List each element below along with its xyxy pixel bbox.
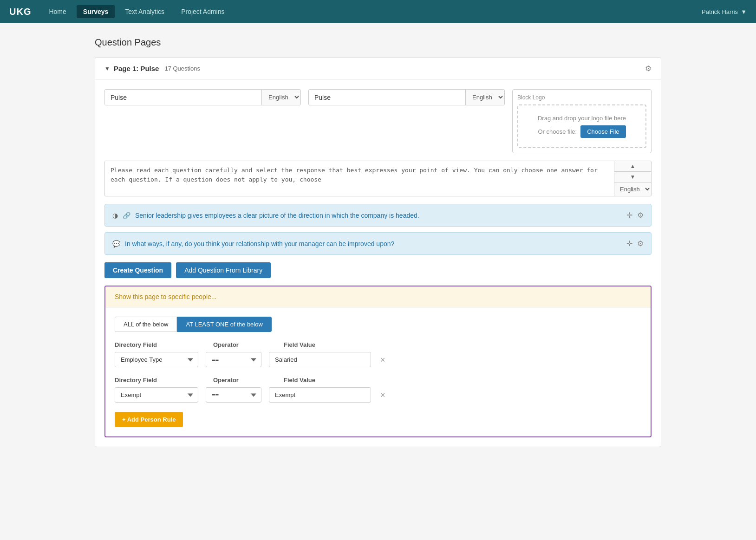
add-person-rule-button[interactable]: + Add Person Rule <box>115 412 183 427</box>
question-text-1: Senior leadership gives employees a clea… <box>135 212 419 219</box>
page-card-title: Page 1: Pulse <box>114 65 159 72</box>
collapse-icon[interactable]: ▼ <box>104 65 110 72</box>
filter-header: Show this page to specific people... <box>105 286 651 307</box>
page-card: ▼ Page 1: Pulse 17 Questions ⚙ English E <box>95 57 661 447</box>
action-buttons: Create Question Add Question From Librar… <box>104 262 652 278</box>
choose-file-button[interactable]: Choose File <box>580 125 626 138</box>
add-from-library-button[interactable]: Add Question From Library <box>176 262 271 278</box>
operator-label-2: Operator <box>213 377 269 384</box>
operator-label-1: Operator <box>213 341 269 348</box>
textarea-lang-select[interactable]: English <box>614 182 651 196</box>
settings-icon-1[interactable]: ⚙ <box>637 211 644 220</box>
toggle-buttons: ALL of the below AT LEAST ONE of the bel… <box>115 317 641 332</box>
dir-field-select-1[interactable]: Employee Type <box>115 352 198 367</box>
move-icon-2[interactable]: ✛ <box>626 239 632 248</box>
form-row-2: Please read each question carefully and … <box>104 161 652 196</box>
filter-row-1-labels: Directory Field Operator Field Value <box>115 341 641 348</box>
main-content: Question Pages ▼ Page 1: Pulse 17 Questi… <box>76 23 680 470</box>
form-section: English English Block Logo Drag and drop… <box>95 80 661 447</box>
remove-rule-2-button[interactable]: × <box>378 391 387 399</box>
drop-zone[interactable]: Drag and drop your logo file here Or cho… <box>517 104 646 148</box>
nav-home[interactable]: Home <box>42 5 72 18</box>
input-group-1: English <box>104 89 301 105</box>
page-title: Question Pages <box>95 37 661 48</box>
brand-logo: UKG <box>9 7 31 17</box>
nav-surveys[interactable]: Surveys <box>77 5 115 18</box>
filter-body: ALL of the below AT LEAST ONE of the bel… <box>105 307 651 436</box>
chat-icon: 💬 <box>112 240 120 247</box>
remove-rule-1-button[interactable]: × <box>378 356 387 364</box>
filter-card: Show this page to specific people... ALL… <box>104 286 652 437</box>
field-value-label-1: Field Value <box>284 341 315 348</box>
drop-zone-text: Drag and drop your logo file here <box>528 115 636 122</box>
block-logo-container: Block Logo Drag and drop your logo file … <box>512 89 652 153</box>
filter-row-1: Directory Field Operator Field Value Emp… <box>115 341 641 367</box>
question-actions-1: ✛ ⚙ <box>626 211 644 220</box>
pulse-input-1[interactable] <box>105 90 261 105</box>
nav-text-analytics[interactable]: Text Analytics <box>118 5 171 18</box>
page-card-header-left: ▼ Page 1: Pulse 17 Questions <box>104 65 200 72</box>
half-circle-icon: ◑ <box>112 212 118 219</box>
textarea-group: Please read each question carefully and … <box>104 161 652 196</box>
page-settings-icon[interactable]: ⚙ <box>645 64 652 73</box>
user-menu[interactable]: Patrick Harris ▼ <box>702 8 747 15</box>
pulse-input-2[interactable] <box>309 90 465 105</box>
filter-row-2-labels: Directory Field Operator Field Value <box>115 377 641 384</box>
field-value-label-2: Field Value <box>284 377 315 384</box>
question-item-2: 💬 In what ways, if any, do you think you… <box>104 232 652 255</box>
textarea-controls: ▲ ▼ English <box>614 161 651 196</box>
question-text-2: In what ways, if any, do you think your … <box>125 240 394 247</box>
or-choose: Or choose file: Choose File <box>528 125 636 138</box>
lang-select-1[interactable]: English <box>261 90 300 105</box>
field-value-input-2[interactable] <box>269 387 371 403</box>
settings-icon-2[interactable]: ⚙ <box>637 239 644 248</box>
nav-project-admins[interactable]: Project Admins <box>175 5 231 18</box>
navbar: UKG Home Surveys Text Analytics Project … <box>0 0 756 23</box>
dir-field-label-2: Directory Field <box>115 377 198 384</box>
toggle-all-button[interactable]: ALL of the below <box>115 317 177 332</box>
question-item-1: ◑ 🔗 Senior leadership gives employees a … <box>104 204 652 227</box>
page-card-header: ▼ Page 1: Pulse 17 Questions ⚙ <box>95 58 661 80</box>
operator-select-1[interactable]: == <box>206 352 261 367</box>
link-icon: 🔗 <box>123 212 130 219</box>
create-question-button[interactable]: Create Question <box>104 262 171 278</box>
dir-field-label-1: Directory Field <box>115 341 198 348</box>
description-textarea[interactable]: Please read each question carefully and … <box>105 161 614 194</box>
scroll-up-btn[interactable]: ▲ <box>614 161 651 172</box>
dir-field-select-2[interactable]: Exempt <box>115 387 198 403</box>
or-choose-label: Or choose file: <box>538 128 577 135</box>
operator-select-2[interactable]: == <box>206 387 261 403</box>
input-group-2: English <box>308 89 505 105</box>
scroll-down-btn[interactable]: ▼ <box>614 172 651 182</box>
filter-controls-2: Exempt == × <box>115 387 641 403</box>
question-actions-2: ✛ ⚙ <box>626 239 644 248</box>
username: Patrick Harris <box>702 8 738 15</box>
filter-row-2: Directory Field Operator Field Value Exe… <box>115 377 641 403</box>
toggle-atleast-button[interactable]: AT LEAST ONE of the below <box>177 317 271 332</box>
questions-count: 17 Questions <box>164 65 200 72</box>
field-value-input-1[interactable] <box>269 352 371 367</box>
chevron-down-icon: ▼ <box>741 8 747 15</box>
filter-controls-1: Employee Type == × <box>115 352 641 367</box>
filter-header-text: Show this page to specific people... <box>115 293 216 300</box>
block-logo-label: Block Logo <box>517 94 646 101</box>
form-row-1: English English Block Logo Drag and drop… <box>104 89 652 153</box>
move-icon-1[interactable]: ✛ <box>626 211 632 220</box>
lang-select-2[interactable]: English <box>465 90 504 105</box>
